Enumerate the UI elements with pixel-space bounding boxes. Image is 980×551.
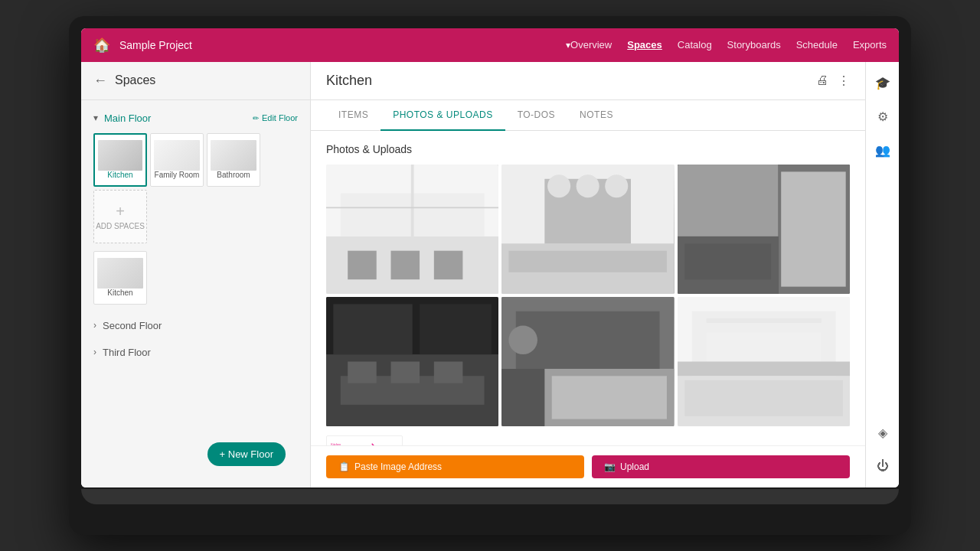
- svg-point-34: [509, 325, 538, 354]
- add-space-card[interactable]: + ADD SPACES: [93, 190, 147, 243]
- third-floor-name: Third Floor: [103, 347, 151, 358]
- layers-icon[interactable]: ◈: [871, 420, 895, 445]
- space-label-family-room: Family Room: [155, 171, 200, 179]
- floor-header-main[interactable]: ▾ Main Floor ✏ Edit Floor: [81, 106, 310, 130]
- paste-image-button[interactable]: 📋 Paste Image Address: [326, 455, 584, 478]
- floor-header-left-third: › Third Floor: [93, 347, 151, 358]
- sidebar-title: Spaces: [115, 73, 155, 87]
- selected-kitchen-label: Kitchen: [107, 289, 132, 297]
- nav-catalog[interactable]: Catalog: [678, 39, 712, 51]
- second-floor-name: Second Floor: [103, 320, 162, 331]
- photo-3[interactable]: [678, 165, 850, 294]
- laptop-screen: 🏠 Sample Project ▾ Overview Spaces Catal…: [81, 28, 899, 488]
- photo-4[interactable]: [326, 297, 498, 426]
- add-spaces-label: ADD SPACES: [96, 222, 145, 230]
- tab-notes[interactable]: NOTES: [567, 100, 626, 131]
- svg-rect-31: [516, 311, 660, 368]
- photo-2[interactable]: [501, 165, 674, 294]
- svg-rect-33: [552, 376, 667, 419]
- svg-rect-32: [501, 368, 544, 425]
- svg-rect-39: [706, 318, 821, 323]
- main-content: ← Spaces ▾ Main Floor ✏ Ed: [81, 62, 899, 488]
- photo-1[interactable]: [326, 165, 498, 294]
- svg-rect-3: [348, 250, 377, 279]
- floor-header-third[interactable]: › Third Floor: [81, 341, 310, 364]
- svg-rect-14: [509, 250, 668, 272]
- tab-todos[interactable]: TO-DOS: [505, 100, 567, 131]
- svg-point-11: [577, 174, 599, 197]
- photo-grid: [326, 165, 850, 426]
- svg-rect-4: [391, 250, 420, 279]
- nav-overview[interactable]: Overview: [570, 39, 612, 51]
- space-card-family-room[interactable]: Family Room: [150, 133, 204, 187]
- panel-bottom: 📋 Paste Image Address 📷 Upload: [311, 445, 865, 487]
- svg-rect-18: [678, 165, 778, 236]
- chevron-second: ›: [93, 320, 96, 331]
- floor-header-left-second: › Second Floor: [93, 320, 162, 331]
- space-card-bathroom[interactable]: Bathroom: [207, 133, 260, 187]
- home-icon[interactable]: 🏠: [93, 37, 110, 54]
- nav-storyboards[interactable]: Storyboards: [727, 39, 781, 51]
- space-grid-main: Kitchen Family Room Bathroom: [81, 130, 310, 249]
- svg-rect-38: [684, 380, 843, 416]
- logout-icon[interactable]: ⏻: [871, 454, 895, 478]
- paste-image-label: Paste Image Address: [354, 461, 442, 472]
- right-sidebar: 🎓 ⚙ 👥 ◈ ⏻: [865, 62, 899, 488]
- tab-bar: ITEMS PHOTOS & UPLOADS TO-DOS NOTES: [311, 100, 865, 131]
- graduation-icon[interactable]: 🎓: [871, 71, 895, 96]
- sketch-row: Kitchen Cabinets: White oak Countertop: …: [326, 435, 850, 446]
- svg-rect-19: [684, 243, 771, 279]
- photo-sketch[interactable]: Kitchen Cabinets: White oak Countertop: …: [326, 435, 403, 446]
- sidebar: ← Spaces ▾ Main Floor ✏ Ed: [81, 62, 311, 488]
- plus-icon: +: [116, 203, 125, 220]
- photo-5[interactable]: [501, 297, 674, 426]
- settings-icon[interactable]: ⚙: [871, 105, 895, 129]
- svg-point-13: [606, 174, 629, 197]
- more-options-icon[interactable]: ⋮: [838, 73, 850, 88]
- floor-header-second[interactable]: › Second Floor: [81, 314, 310, 337]
- back-icon[interactable]: ←: [93, 73, 107, 89]
- laptop-base: [81, 489, 899, 504]
- photo-6[interactable]: [678, 297, 850, 426]
- upload-icon: 📷: [604, 461, 616, 472]
- svg-text:Kitchen: Kitchen: [331, 442, 341, 445]
- space-card-kitchen[interactable]: Kitchen: [93, 133, 147, 187]
- svg-rect-40: [706, 333, 821, 362]
- print-icon[interactable]: 🖨: [816, 73, 828, 88]
- upload-button[interactable]: 📷 Upload: [592, 455, 850, 478]
- selected-kitchen-card[interactable]: Kitchen: [93, 251, 147, 305]
- panel-icons: 🖨 ⋮: [816, 73, 850, 88]
- nav-exports[interactable]: Exports: [853, 39, 887, 51]
- panel-header: Kitchen 🖨 ⋮: [311, 62, 865, 100]
- photos-section-title: Photos & Uploads: [326, 143, 850, 155]
- chevron-down-main: ▾: [93, 112, 98, 123]
- svg-rect-27: [391, 361, 420, 383]
- upload-label: Upload: [620, 461, 649, 472]
- svg-rect-20: [781, 171, 845, 286]
- people-icon[interactable]: 👥: [871, 139, 895, 163]
- floor-section-main: ▾ Main Floor ✏ Edit Floor: [81, 106, 310, 311]
- sidebar-header: ← Spaces: [81, 62, 310, 100]
- new-floor-button[interactable]: + New Floor: [207, 442, 286, 466]
- new-floor-label: + New Floor: [220, 448, 273, 460]
- floor-section-third: › Third Floor: [81, 341, 310, 364]
- svg-point-12: [547, 174, 570, 197]
- nav-schedule[interactable]: Schedule: [796, 39, 838, 51]
- top-nav: 🏠 Sample Project ▾ Overview Spaces Catal…: [81, 28, 899, 62]
- floor-section-second: › Second Floor: [81, 314, 310, 337]
- svg-rect-28: [434, 361, 463, 383]
- sidebar-body: ▾ Main Floor ✏ Edit Floor: [81, 100, 310, 428]
- nav-spaces[interactable]: Spaces: [627, 39, 662, 51]
- tab-photos[interactable]: PHOTOS & UPLOADS: [381, 100, 505, 131]
- floor-header-left-main: ▾ Main Floor: [93, 112, 151, 124]
- svg-rect-5: [434, 250, 463, 279]
- space-label-bathroom: Bathroom: [217, 171, 250, 179]
- laptop-shell: 🏠 Sample Project ▾ Overview Spaces Catal…: [69, 16, 911, 536]
- svg-rect-41: [678, 361, 850, 376]
- space-label-kitchen: Kitchen: [107, 171, 132, 179]
- panel-title: Kitchen: [326, 73, 816, 89]
- edit-floor-btn[interactable]: ✏ Edit Floor: [253, 113, 298, 122]
- sidebar-footer: + New Floor: [81, 427, 310, 487]
- chevron-third: ›: [93, 347, 96, 357]
- tab-items[interactable]: ITEMS: [326, 100, 381, 131]
